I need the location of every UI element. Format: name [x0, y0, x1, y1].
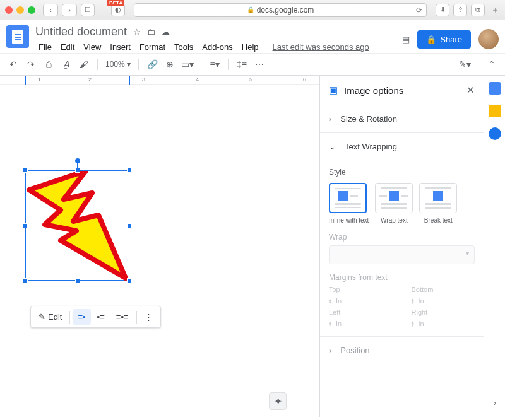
horizontal-ruler[interactable]: 1 2 3 4 5 6 [0, 76, 319, 85]
print-icon[interactable]: ⎙ [42, 57, 56, 71]
menu-bar: File Edit View Insert Format Tools Add-o… [35, 41, 402, 53]
lightning-bolt-icon [26, 171, 130, 281]
menu-insert[interactable]: Insert [107, 41, 134, 53]
break-caption: Break text [419, 217, 457, 224]
share-button[interactable]: 🔒 Share [417, 30, 471, 49]
close-panel-button[interactable]: ✕ [466, 85, 475, 96]
edit-image-button[interactable]: ✎ Edit [33, 309, 67, 325]
break-text-button[interactable]: ≡▪≡ [111, 309, 134, 325]
url-text: docs.google.com [257, 6, 314, 15]
sidebar-toggle[interactable]: ☐ [81, 4, 95, 16]
add-comment-icon[interactable]: ⊕ [163, 57, 177, 71]
undo-icon[interactable]: ↶ [6, 57, 20, 71]
margins-label: Margins from text [329, 273, 475, 282]
content-area: 1 2 3 4 5 6 ✎ E [0, 76, 505, 417]
document-title[interactable]: Untitled document [35, 25, 127, 38]
close-window[interactable] [5, 6, 13, 14]
wrap-label: Wrap [329, 233, 475, 242]
window-controls [5, 6, 35, 14]
reload-icon[interactable]: ⟳ [416, 6, 422, 15]
resize-handle-b[interactable] [75, 278, 80, 283]
menu-edit[interactable]: Edit [57, 41, 78, 53]
forward-button[interactable]: › [62, 4, 77, 16]
resize-handle-tl[interactable] [23, 168, 28, 173]
svg-marker-0 [29, 171, 126, 278]
margin-right-field: ▴▾In [412, 320, 475, 327]
line-spacing-icon[interactable]: ‡≡ [235, 57, 249, 71]
account-avatar[interactable] [478, 29, 499, 49]
resize-handle-tr[interactable] [127, 168, 132, 173]
resize-handle-r[interactable] [127, 223, 132, 228]
right-indent-icon[interactable] [129, 76, 130, 85]
new-tab-icon[interactable]: ＋ [491, 4, 500, 16]
resize-handle-br[interactable] [127, 278, 132, 283]
redo-icon[interactable]: ↷ [24, 57, 38, 71]
address-bar[interactable]: 🔒 docs.google.com ⟳ [134, 3, 427, 17]
menu-tools[interactable]: Tools [171, 41, 196, 53]
spellcheck-icon[interactable]: A̱ [59, 57, 73, 71]
text-wrapping-label: Text Wrapping [345, 142, 397, 151]
ruler-tick: 6 [303, 76, 306, 83]
wrap-text-button[interactable]: ▪≡ [92, 309, 110, 325]
minimize-window[interactable] [16, 6, 24, 14]
left-indent-icon[interactable] [25, 76, 26, 85]
position-header[interactable]: › Position [320, 337, 484, 364]
calendar-addon-icon[interactable] [489, 82, 501, 95]
paint-format-icon[interactable]: 🖌 [77, 57, 91, 71]
docs-logo-icon[interactable] [6, 25, 29, 48]
align-icon[interactable]: ≡▾ [208, 57, 222, 71]
star-icon[interactable]: ☆ [133, 27, 141, 37]
last-edit-text[interactable]: Last edit was seconds ago [270, 41, 372, 53]
insert-image-icon[interactable]: ▭▾ [181, 57, 194, 71]
keep-addon-icon[interactable] [489, 105, 501, 117]
margin-top-label: Top [329, 286, 393, 293]
wrap-style-group: Inline with text Wrap text Break text [329, 183, 475, 224]
browser-chrome: ‹ › ☐ BETA ◐ 🔒 docs.google.com ⟳ ⬇ ⇪ ⧉ ＋ [0, 0, 505, 20]
position-label: Position [340, 346, 369, 355]
ruler-tick: 1 [38, 76, 41, 83]
comments-icon[interactable]: ▤ [402, 35, 410, 44]
wrap-text-option[interactable]: Wrap text [375, 183, 413, 224]
lock-icon: 🔒 [426, 35, 436, 44]
selected-image[interactable] [25, 170, 129, 281]
menu-addons[interactable]: Add-ons [199, 41, 235, 53]
resize-handle-t[interactable] [75, 168, 80, 173]
image-icon: ▣ [329, 85, 338, 96]
share-icon[interactable]: ⇪ [453, 4, 467, 16]
editing-mode-icon[interactable]: ✎▾ [458, 57, 472, 71]
insert-link-icon[interactable]: 🔗 [145, 57, 159, 71]
chevron-down-icon: ⌄ [329, 142, 336, 151]
more-icon[interactable]: ⋯ [252, 57, 266, 71]
menu-file[interactable]: File [35, 41, 55, 53]
menu-format[interactable]: Format [136, 41, 169, 53]
hide-menus-icon[interactable]: ⌃ [485, 57, 499, 71]
break-text-option[interactable]: Break text [419, 183, 457, 224]
ruler-tick: 4 [196, 76, 199, 83]
inline-with-text-option[interactable]: Inline with text [329, 183, 369, 224]
cloud-status-icon[interactable]: ☁ [162, 27, 170, 37]
margin-left-label: Left [329, 308, 393, 316]
zoom-select[interactable]: 100% ▾ [104, 60, 132, 69]
rotate-handle[interactable] [75, 158, 80, 163]
document-canvas[interactable]: 1 2 3 4 5 6 ✎ E [0, 76, 319, 417]
toolbar: ↶ ↷ ⎙ A̱ 🖌 100% ▾ 🔗 ⊕ ▭▾ ≡▾ ‡≡ ⋯ ✎▾ ⌃ [0, 53, 505, 76]
share-label: Share [440, 35, 462, 44]
move-icon[interactable]: 🗀 [147, 27, 155, 37]
explore-button[interactable]: ✦ [269, 392, 287, 410]
back-button[interactable]: ‹ [43, 4, 58, 16]
edit-label: Edit [48, 312, 62, 322]
tabs-icon[interactable]: ⧉ [471, 4, 485, 16]
resize-handle-l[interactable] [23, 223, 28, 228]
resize-handle-bl[interactable] [23, 278, 28, 283]
lock-icon: 🔒 [247, 6, 254, 13]
wrap-inline-button[interactable]: ≡▪ [73, 309, 90, 325]
hide-rail-button[interactable]: › [494, 398, 496, 407]
text-wrapping-header[interactable]: ⌄ Text Wrapping [320, 133, 484, 160]
image-more-button[interactable]: ⋮ [140, 309, 158, 325]
menu-help[interactable]: Help [239, 41, 262, 53]
download-icon[interactable]: ⬇ [436, 4, 449, 16]
size-rotation-header[interactable]: › Size & Rotation [320, 105, 484, 132]
menu-view[interactable]: View [80, 41, 104, 53]
tasks-addon-icon[interactable] [489, 127, 501, 140]
maximize-window[interactable] [28, 6, 35, 14]
